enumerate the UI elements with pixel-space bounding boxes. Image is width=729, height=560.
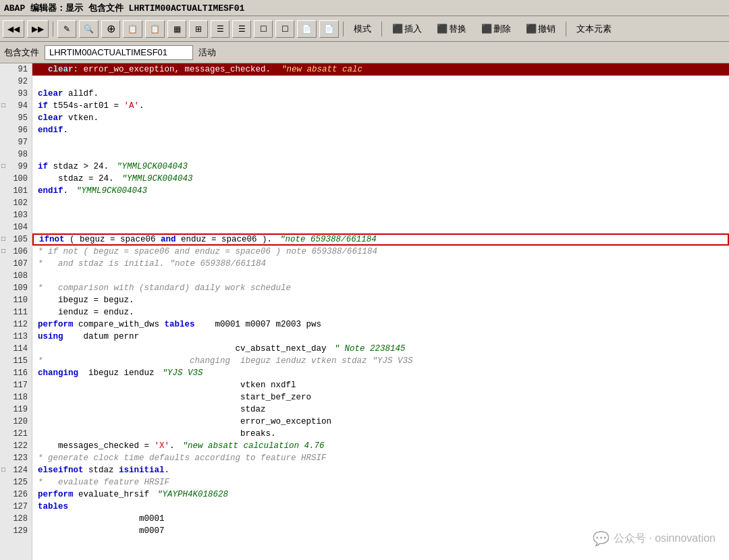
line-number: 107 [0,258,32,270]
line-number: 126 [0,488,32,501]
sep2 [343,22,344,36]
sep3 [381,22,382,36]
copy1-icon: 📋 [128,24,138,34]
back-button[interactable]: ◀◀ [3,20,24,38]
line-number: 101 [0,185,32,197]
insert-button[interactable]: ⬛ 插入 [386,20,428,38]
toolbar: ◀◀ ▶▶ ✎ 🔍 ⊕ 📋 📋 ▦ ⊞ ☰ ☰ ☐ ☐ 📄 📄 模式 ⬛ 插入 … [0,16,729,42]
cancel-label: 撤销 [538,23,556,35]
forward-button[interactable]: ▶▶ [27,20,49,38]
code-line: changing ibeguz ienduz"YJS V3S [32,367,729,379]
code-line: start_bef_zero [32,391,729,403]
search-button[interactable]: 🔍 [79,20,99,38]
code-line [32,76,729,88]
line-number: 93 [0,88,32,100]
sep4 [566,22,566,36]
line-number: 109 [0,282,32,294]
line-number: 129 [0,525,32,537]
delete-label: 删除 [493,23,511,35]
code-line: endif. [32,124,729,136]
code-line: m0001 [32,513,729,525]
insert-label: 插入 [404,23,422,35]
code-line-border: if not ( beguz = space06 and enduz = spa… [32,233,729,246]
doc2-button[interactable]: 📄 [319,20,339,38]
code-line [32,197,729,209]
cancel-button[interactable]: ⬛ 撤销 [520,20,562,38]
line-number: 103 [0,209,32,221]
code-line: messages_checked = 'X'."new absatt calcu… [32,440,729,452]
fold-icon[interactable]: □ [1,100,5,112]
line-number: □106 [0,246,32,258]
watermark-text: 公众号 · osinnovation [614,532,716,546]
code-line: if t554s-art01 = 'A'. [32,100,729,112]
line-number: 123 [0,452,32,464]
code-line: elseif not stdaz is initial. [32,464,729,476]
code-line: cv_absatt_next_day" Note 2238145 [32,343,729,355]
delete-button[interactable]: ⬛ 删除 [475,20,517,38]
fold-icon[interactable]: □ [1,246,5,258]
new-icon: ⊕ [107,22,115,35]
search-icon: 🔍 [84,24,94,34]
check1-button[interactable]: ☐ [254,20,273,38]
line-number: 108 [0,270,32,282]
line-number: 125 [0,476,32,488]
replace-icon: ⬛ [437,24,448,34]
line-number: 96 [0,124,32,136]
editor-area: 919293□9495969798□99100101102103104□105□… [0,63,729,560]
line-number: □94 [0,100,32,112]
check2-button[interactable]: ☐ [275,20,294,38]
doc1-button[interactable]: 📄 [297,20,317,38]
line-numbers: 919293□9495969798□99100101102103104□105□… [0,63,32,560]
line-number: 110 [0,294,32,306]
line-number: 114 [0,343,32,355]
line-number: □124 [0,464,32,476]
line-number: 92 [0,76,32,88]
line-number: 120 [0,416,32,428]
line-number: 118 [0,391,32,403]
edit-button[interactable]: ✎ [57,20,76,38]
list1-button[interactable]: ☰ [211,20,230,38]
fold-icon[interactable]: □ [1,233,5,246]
code-line: if stdaz > 24."YMML9CK004043 [32,161,729,173]
line-number: 95 [0,112,32,124]
code-line [32,209,729,221]
line-number: 122 [0,440,32,452]
fold-icon[interactable]: □ [1,161,5,173]
code-line: ienduz = enduz. [32,306,729,318]
mode-button[interactable]: 模式 [348,20,377,38]
copy2-button[interactable]: 📋 [145,20,165,38]
code-line: perform evaluate_hrsif"YAYPH4K018628 [32,488,729,501]
sep1 [53,22,53,36]
code-line-comment: * changing ibeguz ienduz vtken stdaz"YJS… [32,355,729,367]
line-number: 111 [0,306,32,318]
code-line: endif."YMML9CK004043 [32,185,729,197]
line-number: 91 [0,63,32,76]
watermark: 💬公众号 · osinnovation [593,530,716,547]
text-elem-button[interactable]: 文本元素 [570,20,618,38]
replace-button[interactable]: ⬛ 替换 [431,20,473,38]
code-line: clear alldf. [32,88,729,100]
line-number: 121 [0,428,32,440]
copy1-button[interactable]: 📋 [123,20,142,38]
line-number: 116 [0,367,32,379]
grid1-button[interactable]: ▦ [167,20,186,38]
grid2-button[interactable]: ⊞ [189,20,208,38]
line-number: □99 [0,161,32,173]
code-line: ibeguz = beguz. [32,294,729,306]
delete-icon: ⬛ [481,24,492,34]
new-button[interactable]: ⊕ [101,20,120,38]
code-line: perform compare_with_dws tables m0001 m0… [32,318,729,331]
package-label: 包含文件 [4,47,39,59]
code-line [32,148,729,161]
app-title: ABAP 编辑器：显示 包含文件 LHRTIM00ACTUALTIMESF01 [4,2,244,14]
code-line [32,221,729,233]
code-area[interactable]: clear: error_wo_exception, messages_chec… [32,63,729,560]
list2-button[interactable]: ☰ [232,20,251,38]
code-line: stdaz = 24."YMML9CK004043 [32,173,729,185]
fold-icon[interactable]: □ [1,464,5,476]
replace-label: 替换 [449,23,466,35]
line-number: 98 [0,148,32,161]
wechat-icon: 💬 [593,530,610,547]
top-bar: ABAP 编辑器：显示 包含文件 LHRTIM00ACTUALTIMESF01 [0,0,729,16]
package-input[interactable] [45,45,193,60]
